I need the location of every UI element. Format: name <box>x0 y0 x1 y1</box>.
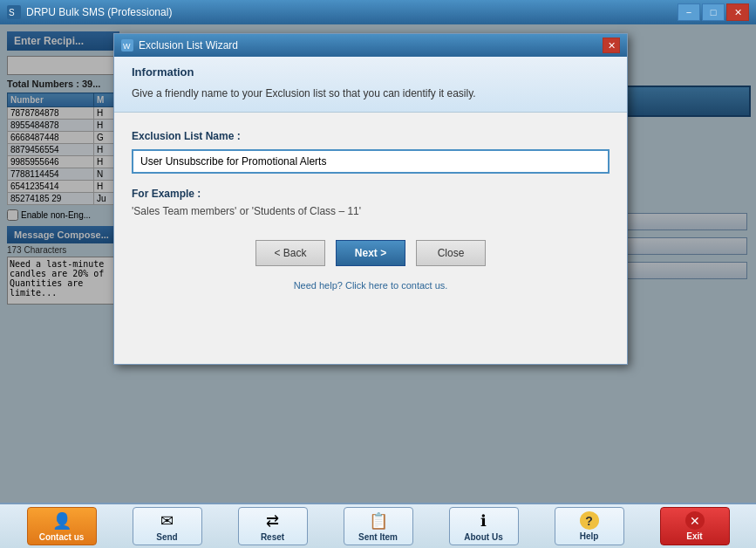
modal-overlay: W Exclusion List Wizard ✕ Information Gi… <box>0 24 756 503</box>
dialog-title-left: W Exclusion List Wizard <box>121 39 238 51</box>
for-example-label: For Example : <box>132 188 610 200</box>
taskbar-send-button[interactable]: ✉ Send <box>133 507 202 545</box>
taskbar-reset-button[interactable]: ⇄ Reset <box>238 507 308 545</box>
dialog-title-bar: W Exclusion List Wizard ✕ <box>114 34 627 57</box>
reset-label: Reset <box>261 532 284 542</box>
app-body: Enter Recipi... Total Numbers : 39... Nu… <box>0 24 756 503</box>
back-button[interactable]: < Back <box>255 240 325 266</box>
sent-item-icon: 📋 <box>368 511 389 531</box>
reset-icon: ⇄ <box>262 511 283 531</box>
help-link-section: Need help? Click here to contact us. <box>114 280 627 303</box>
exit-label: Exit <box>686 531 702 541</box>
exit-icon: ✕ <box>685 511 705 530</box>
title-bar: S DRPU Bulk SMS (Professional) − □ ✕ <box>0 0 756 24</box>
example-text: 'Sales Team members' or 'Students of Cla… <box>132 205 610 217</box>
taskbar: 👤 Contact us ✉ Send ⇄ Reset 📋 Sent Item … <box>0 503 756 548</box>
contact-label: Contact us <box>39 532 85 542</box>
taskbar-sent-item-button[interactable]: 📋 Sent Item <box>344 507 413 545</box>
about-icon: ℹ <box>473 511 494 531</box>
info-text: Give a friendly name to your Exclusion l… <box>132 86 610 101</box>
contact-icon: 👤 <box>51 511 72 531</box>
svg-text:W: W <box>123 42 131 51</box>
svg-text:S: S <box>9 8 15 17</box>
dialog-content: Exclusion List Name : For Example : 'Sal… <box>114 113 627 226</box>
sent-item-label: Sent Item <box>358 532 398 542</box>
taskbar-help-button[interactable]: ? Help <box>555 507 624 545</box>
help-label: Help <box>580 531 599 541</box>
title-bar-left: S DRPU Bulk SMS (Professional) <box>7 5 172 19</box>
maximize-button[interactable]: □ <box>702 3 725 21</box>
dialog-close-button[interactable]: ✕ <box>603 38 620 53</box>
info-title: Information <box>132 65 610 79</box>
dialog-title: Exclusion List Wizard <box>139 39 238 51</box>
dialog-body: Information Give a friendly name to your… <box>114 57 627 303</box>
taskbar-contact-button[interactable]: 👤 Contact us <box>27 507 97 545</box>
app-icon: S <box>7 5 21 19</box>
taskbar-exit-button[interactable]: ✕ Exit <box>660 507 730 545</box>
send-label: Send <box>156 532 177 542</box>
close-button[interactable]: Close <box>416 240 486 266</box>
about-label: About Us <box>464 532 502 542</box>
dialog-info-section: Information Give a friendly name to your… <box>114 57 627 113</box>
app-close-button[interactable]: ✕ <box>726 3 749 21</box>
title-bar-controls: − □ ✕ <box>678 3 749 21</box>
exclusion-list-name-label: Exclusion List Name : <box>132 130 610 142</box>
dialog-icon: W <box>121 39 133 51</box>
exclusion-list-name-input[interactable] <box>132 149 610 174</box>
help-link[interactable]: Need help? Click here to contact us. <box>294 280 448 291</box>
taskbar-about-button[interactable]: ℹ About Us <box>449 507 519 545</box>
next-button[interactable]: Next > <box>336 240 405 266</box>
minimize-button[interactable]: − <box>678 3 700 21</box>
help-icon: ? <box>580 511 599 530</box>
send-icon: ✉ <box>157 511 178 531</box>
exclusion-list-wizard-dialog: W Exclusion List Wizard ✕ Information Gi… <box>113 33 628 365</box>
app-title: DRPU Bulk SMS (Professional) <box>26 6 172 18</box>
dialog-footer: < Back Next > Close <box>114 226 627 280</box>
